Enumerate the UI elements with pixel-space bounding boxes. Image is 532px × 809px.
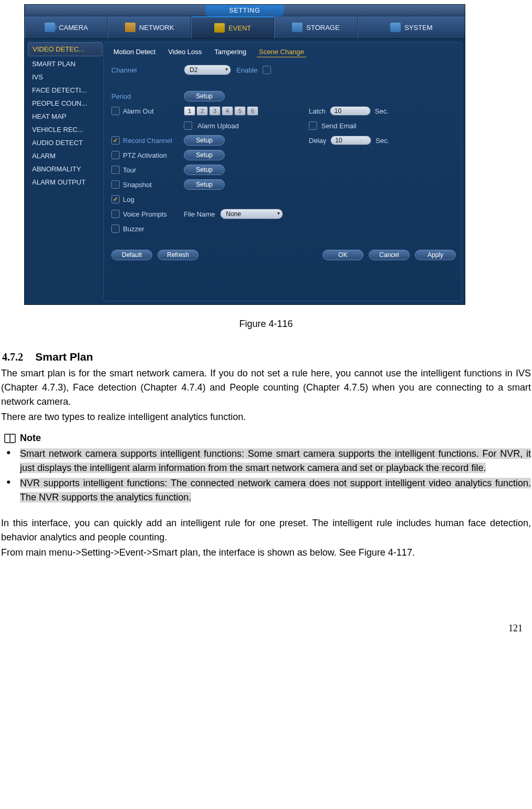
- sidebar-item-alarm-output[interactable]: ALARM OUTPUT: [28, 176, 102, 189]
- apply-button[interactable]: Apply: [415, 250, 456, 260]
- storage-icon: [292, 23, 302, 32]
- subtab-scene-change[interactable]: Scene Change: [257, 47, 306, 57]
- alarm-out-2[interactable]: 2: [196, 106, 208, 116]
- snapshot-label: Snapshot: [123, 181, 152, 189]
- nav-system[interactable]: SYSTEM: [358, 16, 465, 38]
- sidebar-item-face-detect[interactable]: FACE DETECTI...: [28, 84, 102, 97]
- record-channel-checkbox[interactable]: [111, 136, 120, 145]
- content-panel: Motion Detect Video Loss Tampering Scene…: [103, 42, 462, 301]
- nav-label: NETWORK: [139, 24, 174, 32]
- nav-label: SYSTEM: [404, 24, 432, 32]
- paragraph-2: There are two types to realize intellige…: [1, 410, 531, 424]
- nav-storage[interactable]: STORAGE: [274, 16, 357, 38]
- alarm-out-5[interactable]: 5: [234, 106, 246, 116]
- nav-label: STORAGE: [306, 24, 339, 32]
- ptz-setup-button[interactable]: Setup: [184, 150, 225, 160]
- alarm-out-6[interactable]: 6: [247, 106, 258, 116]
- cancel-button[interactable]: Cancel: [369, 250, 410, 260]
- alarm-out-checkbox[interactable]: [111, 107, 120, 115]
- sidebar-item-alarm[interactable]: ALARM: [28, 149, 102, 162]
- bullet-2-text: NVR supports intelligent functions: The …: [20, 478, 531, 503]
- bullet-1-text: Smart network camera supports intelligen…: [20, 448, 531, 473]
- tour-checkbox[interactable]: [111, 166, 120, 174]
- footer-buttons: Default Refresh OK Cancel Apply: [111, 250, 456, 260]
- latch-sec-label: Sec.: [375, 107, 389, 115]
- alarm-upload-checkbox[interactable]: [184, 121, 192, 130]
- voice-checkbox[interactable]: [111, 210, 120, 218]
- sidebar-item-ivs[interactable]: IVS: [28, 70, 102, 84]
- camera-icon: [45, 23, 55, 32]
- alarm-upload-label: Alarm Upload: [197, 122, 239, 130]
- sidebar-item-video-detect[interactable]: VIDEO DETEC...: [28, 42, 102, 56]
- note-bullets: Smart network camera supports intelligen…: [0, 447, 532, 505]
- send-email-checkbox[interactable]: [309, 121, 317, 130]
- delay-input[interactable]: 10: [330, 136, 371, 145]
- system-icon: [390, 23, 401, 32]
- ok-button[interactable]: OK: [322, 250, 363, 260]
- delay-sec-label: Sec.: [375, 137, 389, 145]
- enable-label: Enable: [236, 66, 257, 74]
- channel-dropdown[interactable]: D2: [184, 65, 231, 75]
- alarm-out-3[interactable]: 3: [209, 106, 221, 116]
- sidebar-item-heat-map[interactable]: HEAT MAP: [28, 110, 102, 123]
- tour-setup-button[interactable]: Setup: [184, 165, 225, 175]
- voice-label: Voice Prompts: [123, 210, 167, 218]
- note-label: Note: [20, 433, 41, 444]
- latch-label: Latch: [309, 107, 326, 115]
- nav-label: EVENT: [228, 24, 251, 32]
- sidebar-item-smart-plan[interactable]: SMART PLAN: [28, 57, 102, 70]
- nav-label: CAMERA: [59, 24, 88, 32]
- paragraph-3: In this interface, you can quickly add a…: [1, 516, 531, 545]
- section-heading: 4.7.2 Smart Plan: [2, 351, 532, 363]
- sidebar-item-audio-detect[interactable]: AUDIO DETECT: [28, 136, 102, 149]
- send-email-label: Send Email: [321, 122, 356, 130]
- subtab-tampering[interactable]: Tampering: [212, 47, 248, 57]
- sidebar-item-vehicle-rec[interactable]: VEHICLE REC...: [28, 123, 102, 136]
- alarm-out-1[interactable]: 1: [184, 106, 195, 116]
- nav-event[interactable]: EVENT: [191, 16, 274, 38]
- section-number: 4.7.2: [2, 351, 23, 363]
- tour-label: Tour: [123, 166, 136, 174]
- enable-checkbox[interactable]: [263, 66, 271, 74]
- log-checkbox[interactable]: [111, 195, 120, 203]
- dialog-title: SETTING: [205, 5, 284, 16]
- sidebar-item-abnormality[interactable]: ABNORMALITY: [28, 162, 102, 176]
- ptz-checkbox[interactable]: [111, 151, 120, 159]
- bullet-1: Smart network camera supports intelligen…: [5, 447, 531, 475]
- snapshot-setup-button[interactable]: Setup: [184, 179, 225, 190]
- paragraph-1: The smart plan is for the smart network …: [1, 366, 531, 409]
- nav-network[interactable]: NETWORK: [108, 16, 191, 38]
- sidebar-item-people-count[interactable]: PEOPLE COUN...: [28, 97, 102, 110]
- log-label: Log: [123, 196, 134, 203]
- snapshot-checkbox[interactable]: [111, 180, 120, 189]
- alarm-out-4[interactable]: 4: [222, 106, 233, 116]
- period-setup-button[interactable]: Setup: [184, 91, 225, 101]
- book-icon: [4, 434, 16, 443]
- section-title: Smart Plan: [35, 351, 93, 363]
- subtab-video-loss[interactable]: Video Loss: [166, 47, 204, 57]
- ptz-label: PTZ Activation: [123, 151, 167, 159]
- main-nav: CAMERA NETWORK EVENT STORAGE SYSTEM: [25, 16, 465, 39]
- refresh-button[interactable]: Refresh: [158, 250, 199, 260]
- settings-dialog: SETTING CAMERA NETWORK EVENT STORAGE SYS…: [24, 4, 465, 305]
- bullet-2: NVR supports intelligent functions: The …: [5, 476, 531, 505]
- record-channel-label: Record Channel: [123, 137, 172, 145]
- paragraph-4: From main menu->Setting->Event->Smart pl…: [1, 546, 531, 560]
- buzzer-checkbox[interactable]: [111, 224, 120, 233]
- channel-label: Channel: [111, 66, 137, 74]
- figure-caption: Figure 4-116: [0, 319, 532, 330]
- note-heading: Note: [4, 433, 532, 444]
- file-name-dropdown[interactable]: None: [220, 209, 283, 219]
- default-button[interactable]: Default: [111, 250, 152, 260]
- alarm-out-label: Alarm Out: [123, 107, 154, 115]
- latch-input[interactable]: 10: [330, 106, 371, 116]
- delay-label: Delay: [309, 137, 326, 145]
- subtab-motion-detect[interactable]: Motion Detect: [111, 47, 158, 57]
- record-channel-setup-button[interactable]: Setup: [184, 135, 225, 146]
- page-number: 121: [0, 623, 523, 634]
- nav-camera[interactable]: CAMERA: [25, 16, 108, 38]
- event-sidebar: VIDEO DETEC... SMART PLAN IVS FACE DETEC…: [28, 42, 102, 301]
- file-name-label: File Name: [184, 210, 215, 218]
- network-icon: [125, 23, 135, 32]
- period-label: Period: [111, 93, 131, 100]
